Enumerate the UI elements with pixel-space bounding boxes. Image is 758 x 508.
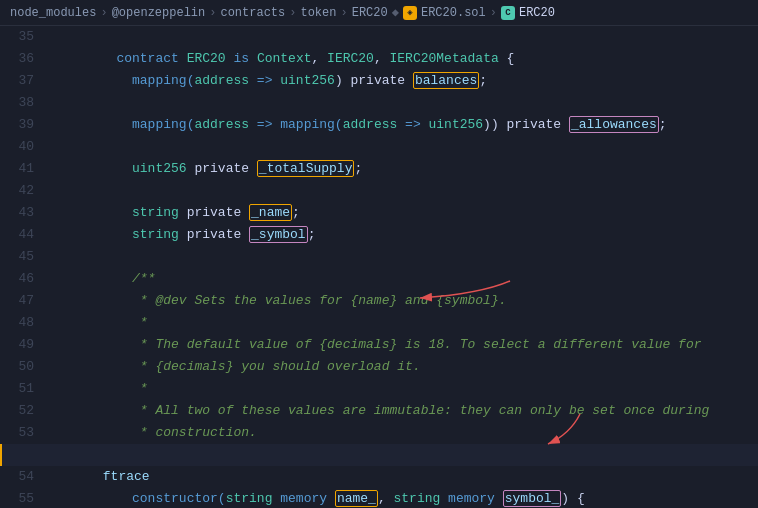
line-number: 52 <box>0 400 50 422</box>
code-line-52: 52 * construction. <box>0 400 758 422</box>
breadcrumb-sep: › <box>490 6 497 20</box>
code-line-35: 35 contract ERC20 is Context, IERC20, IE… <box>0 26 758 48</box>
line-number: 35 <box>0 26 50 48</box>
line-number: 42 <box>0 180 50 202</box>
line-content <box>50 114 758 136</box>
code-line-49: 49 * {decimals} you should overload it. <box>0 334 758 356</box>
breadcrumb-bar: node_modules › @openzeppelin › contracts… <box>0 0 758 26</box>
breadcrumb-icon-contract: C <box>501 6 515 20</box>
line-number: 41 <box>0 158 50 180</box>
breadcrumb-item-openzeppelin: @openzeppelin <box>112 6 206 20</box>
line-number: 44 <box>0 224 50 246</box>
code-line-38: 38 mapping(address => mapping(address =>… <box>0 92 758 114</box>
breadcrumb-item-erc20-dir: ERC20 <box>352 6 388 20</box>
line-content <box>50 224 758 246</box>
breadcrumb-sep: › <box>289 6 296 20</box>
code-line-ftrace: ftrace <box>0 444 758 466</box>
line-number: 36 <box>0 48 50 70</box>
line-number: 46 <box>0 268 50 290</box>
line-number: 47 <box>0 290 50 312</box>
code-line-55: 55 _name = name_; <box>0 488 758 508</box>
code-line-46: 46 * @dev Sets the values for {name} and… <box>0 268 758 290</box>
breadcrumb-item-class: ERC20 <box>519 6 555 20</box>
code-line-48: 48 * The default value of {decimals} is … <box>0 312 758 334</box>
line-number: 55 <box>0 488 50 508</box>
line-content <box>50 70 758 92</box>
breadcrumb-sep: › <box>340 6 347 20</box>
line-number: 48 <box>0 312 50 334</box>
line-number: 54 <box>0 466 50 488</box>
breadcrumb-sep: ◆ <box>392 5 399 20</box>
breadcrumb-item-token: token <box>300 6 336 20</box>
breadcrumb-sep: › <box>209 6 216 20</box>
breadcrumb-item-file: ERC20.sol <box>421 6 486 20</box>
code-line-47: 47 * <box>0 290 758 312</box>
code-line-37: 37 <box>0 70 758 92</box>
code-line-53: 53 */ <box>0 422 758 444</box>
line-number: 51 <box>0 378 50 400</box>
breadcrumb-item-node-modules: node_modules <box>10 6 96 20</box>
code-line-50: 50 * <box>0 356 758 378</box>
line-number: 50 <box>0 356 50 378</box>
code-line-42: 42 string private _name; <box>0 180 758 202</box>
code-line-36: 36 mapping(address => uint256) private b… <box>0 48 758 70</box>
breadcrumb-icon-sol: ◈ <box>403 6 417 20</box>
line-content: _name = name_; <box>50 488 758 508</box>
line-number: 38 <box>0 92 50 114</box>
line-number: 37 <box>0 70 50 92</box>
line-number: 40 <box>0 136 50 158</box>
line-number: 49 <box>0 334 50 356</box>
code-line-39: 39 <box>0 114 758 136</box>
code-line-40: 40 uint256 private _totalSupply; <box>0 136 758 158</box>
line-number: 39 <box>0 114 50 136</box>
code-line-54: 54 constructor(string memory name_, stri… <box>0 466 758 488</box>
breadcrumb-sep: › <box>100 6 107 20</box>
code-line-44: 44 <box>0 224 758 246</box>
breadcrumb-item-contracts: contracts <box>220 6 285 20</box>
code-line-43: 43 string private _symbol; <box>0 202 758 224</box>
code-container: 35 contract ERC20 is Context, IERC20, IE… <box>0 26 758 508</box>
line-number: 45 <box>0 246 50 268</box>
line-content <box>50 158 758 180</box>
code-line-51: 51 * All two of these values are immutab… <box>0 378 758 400</box>
line-number: 43 <box>0 202 50 224</box>
line-number: 53 <box>0 422 50 444</box>
code-line-41: 41 <box>0 158 758 180</box>
code-line-45: 45 /** <box>0 246 758 268</box>
